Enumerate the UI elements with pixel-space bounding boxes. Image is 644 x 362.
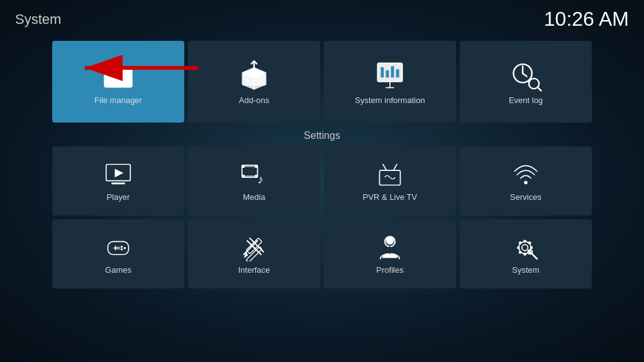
svg-point-49: [522, 244, 528, 251]
tile-system[interactable]: System: [460, 219, 592, 288]
tile-media[interactable]: ♪ Media: [188, 146, 320, 216]
tile-file-manager[interactable]: File manager: [52, 41, 184, 123]
svg-rect-52: [517, 246, 519, 248]
tile-pvr-live-tv[interactable]: PVR & Live TV: [324, 146, 456, 216]
tile-system-information-label: System information: [355, 96, 425, 105]
svg-line-14: [538, 87, 541, 90]
tile-system-information[interactable]: System information: [324, 41, 456, 123]
tile-player-label: Player: [107, 192, 130, 202]
svg-text:♪: ♪: [258, 172, 264, 185]
svg-line-28: [383, 164, 387, 170]
svg-rect-20: [242, 165, 245, 167]
tile-add-ons-label: Add-ons: [239, 96, 269, 105]
svg-rect-5: [391, 66, 394, 77]
addons-icon: [238, 59, 270, 92]
svg-rect-51: [524, 253, 526, 255]
settings-label: Settings: [0, 130, 644, 141]
top-row: File manager Add-ons System infor: [0, 41, 644, 123]
tile-file-manager-label: File manager: [94, 96, 142, 105]
page-title: System: [15, 11, 61, 28]
tile-media-label: Media: [243, 192, 265, 202]
clock: 10:26 AM: [544, 8, 629, 31]
tile-profiles[interactable]: Profiles: [324, 219, 456, 288]
svg-rect-18: [111, 182, 125, 184]
svg-point-37: [118, 246, 119, 248]
services-icon: [512, 161, 540, 189]
interface-icon: [240, 234, 268, 261]
tile-interface-label: Interface: [238, 265, 270, 275]
svg-line-29: [394, 164, 397, 170]
tile-add-ons[interactable]: Add-ons: [188, 41, 320, 123]
tile-event-log-label: Event log: [509, 96, 543, 105]
tile-games[interactable]: Games: [52, 219, 184, 288]
svg-rect-4: [386, 70, 389, 77]
svg-rect-55: [528, 241, 531, 244]
tile-services[interactable]: Services: [460, 146, 592, 216]
tile-player[interactable]: Player: [52, 146, 184, 216]
svg-point-35: [124, 246, 126, 248]
settings-row-1: Player ♪ Media PVR & Live TV: [0, 146, 644, 216]
profiles-icon: [376, 234, 404, 261]
svg-rect-6: [396, 69, 399, 77]
event-log-icon: [509, 59, 542, 92]
folder-icon: [102, 59, 135, 92]
svg-rect-56: [518, 250, 522, 254]
svg-point-34: [121, 245, 123, 247]
svg-point-47: [386, 236, 394, 244]
games-icon: [104, 234, 132, 261]
system-icon: [512, 234, 540, 261]
media-icon: ♪: [240, 161, 268, 189]
svg-marker-17: [115, 168, 124, 177]
tile-pvr-live-tv-label: PVR & Live TV: [363, 192, 417, 202]
svg-line-12: [523, 73, 527, 76]
svg-point-30: [524, 180, 528, 184]
pvr-live-tv-icon: [376, 161, 404, 189]
svg-rect-3: [380, 67, 384, 77]
tile-profiles-label: Profiles: [376, 265, 403, 275]
tile-event-log[interactable]: Event log: [460, 41, 592, 123]
tile-interface[interactable]: Interface: [188, 219, 320, 288]
settings-row-2: Games Interface: [0, 219, 644, 288]
tile-games-label: Games: [105, 265, 131, 275]
player-icon: [104, 161, 132, 189]
header: System 10:26 AM: [0, 0, 644, 38]
svg-rect-21: [255, 165, 257, 167]
svg-rect-50: [524, 239, 526, 242]
system-information-icon: [374, 59, 406, 92]
svg-rect-53: [530, 246, 533, 248]
tile-services-label: Services: [510, 192, 541, 202]
svg-point-36: [121, 248, 123, 250]
svg-rect-22: [242, 175, 245, 177]
tile-system-label: System: [512, 265, 539, 275]
svg-rect-54: [518, 241, 522, 244]
